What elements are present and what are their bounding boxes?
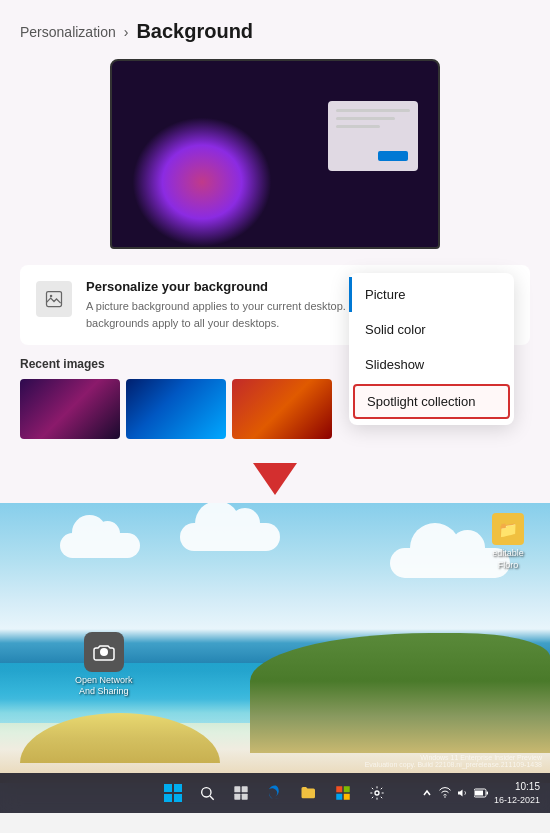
edge-browser-button[interactable] [261, 779, 289, 807]
arrow-container [0, 455, 550, 503]
taskbar-right: 10:15 16-12-2021 [420, 780, 540, 807]
app-label: Open NetworkAnd Sharing [75, 675, 133, 698]
dropdown-item-slideshow[interactable]: Slideshow [349, 347, 514, 382]
file-explorer-icon [300, 784, 318, 802]
win11-message: Windows 11 Enterprise Insider Preview Ev… [365, 754, 542, 768]
camera-icon [92, 640, 116, 664]
file-explorer-button[interactable] [295, 779, 323, 807]
dropdown-item-spotlight[interactable]: Spotlight collection [353, 384, 510, 419]
tray-icon-volume[interactable] [456, 786, 470, 800]
svg-rect-11 [234, 794, 240, 800]
desktop-background: 📁 editableFloro Open NetworkAnd Sharing [0, 503, 550, 783]
dialog-button [378, 151, 408, 161]
taskbar-clock[interactable]: 10:15 16-12-2021 [494, 780, 540, 807]
page-title: Background [136, 20, 253, 43]
cloud-2 [180, 523, 280, 551]
store-icon [334, 784, 352, 802]
settings-panel: Personalization › Background Personalize… [0, 0, 550, 455]
recent-image-3[interactable] [232, 379, 332, 439]
monitor-glow [132, 117, 272, 247]
breadcrumb-personalization[interactable]: Personalization [20, 24, 116, 40]
search-taskbar-button[interactable] [193, 779, 221, 807]
windows-icon [164, 784, 182, 802]
taskbar-date: 16-12-2021 [494, 794, 540, 807]
svg-rect-14 [344, 786, 350, 792]
monitor-dialog [328, 101, 418, 171]
win11-build: Evaluation copy. Build 22108.ni_prerelea… [365, 761, 542, 768]
folder-icon: 📁 [492, 513, 524, 545]
svg-rect-4 [174, 784, 182, 792]
settings-taskbar-button[interactable] [363, 779, 391, 807]
volume-icon [457, 787, 469, 799]
taskbar-center-icons [159, 779, 391, 807]
image-svg [44, 289, 64, 309]
svg-line-8 [210, 796, 214, 800]
task-view-button[interactable] [227, 779, 255, 807]
svg-rect-15 [336, 794, 342, 800]
svg-rect-12 [242, 794, 248, 800]
breadcrumb: Personalization › Background [20, 20, 530, 43]
tray-icon-network[interactable] [438, 786, 452, 800]
svg-rect-16 [344, 794, 350, 800]
settings-taskbar-icon [369, 785, 385, 801]
svg-point-18 [444, 796, 446, 798]
image-icon [36, 281, 72, 317]
desktop-icon-app[interactable]: Open NetworkAnd Sharing [75, 632, 133, 698]
background-type-dropdown[interactable]: Picture Solid color Slideshow Spotlight … [349, 273, 514, 425]
taskbar: 10:15 16-12-2021 [0, 773, 550, 813]
svg-point-7 [202, 788, 211, 797]
chevron-up-icon [422, 788, 432, 798]
svg-point-2 [100, 648, 108, 656]
personalize-section: Personalize your background A picture ba… [20, 265, 530, 345]
tray-icon-battery[interactable] [474, 786, 488, 800]
svg-rect-13 [336, 786, 342, 792]
dialog-line-2 [336, 117, 395, 120]
task-view-icon [233, 785, 249, 801]
desktop-icon-folder[interactable]: 📁 editableFloro [476, 513, 540, 571]
store-button[interactable] [329, 779, 357, 807]
network-icon [439, 787, 451, 799]
tray-icon-chevron[interactable] [420, 786, 434, 800]
dropdown-item-picture[interactable]: Picture [349, 277, 514, 312]
win11-edition: Windows 11 Enterprise Insider Preview [365, 754, 542, 761]
svg-rect-20 [475, 791, 483, 796]
svg-rect-5 [164, 794, 172, 802]
start-button[interactable] [159, 779, 187, 807]
recent-image-1[interactable] [20, 379, 120, 439]
svg-rect-3 [164, 784, 172, 792]
breadcrumb-separator: › [124, 24, 129, 40]
desktop-section: 📁 editableFloro Open NetworkAnd Sharing [0, 503, 550, 813]
svg-rect-21 [486, 792, 488, 795]
svg-point-1 [50, 295, 53, 298]
system-tray [420, 786, 488, 800]
search-taskbar-icon [199, 785, 215, 801]
monitor-preview [110, 59, 440, 249]
island-main [250, 633, 550, 753]
cloud-1 [60, 533, 140, 558]
app-icon [84, 632, 124, 672]
recent-image-2[interactable] [126, 379, 226, 439]
battery-icon [474, 788, 488, 798]
down-arrow-icon [253, 463, 297, 495]
svg-rect-0 [47, 292, 62, 307]
dialog-line-1 [336, 109, 410, 112]
dropdown-item-solid-color[interactable]: Solid color [349, 312, 514, 347]
taskbar-time: 10:15 [515, 780, 540, 794]
folder-label: editableFloro [492, 548, 524, 571]
dialog-line-3 [336, 125, 380, 128]
svg-rect-6 [174, 794, 182, 802]
svg-rect-9 [234, 786, 240, 792]
svg-point-17 [375, 791, 379, 795]
svg-rect-10 [242, 786, 248, 792]
edge-icon [266, 784, 284, 802]
